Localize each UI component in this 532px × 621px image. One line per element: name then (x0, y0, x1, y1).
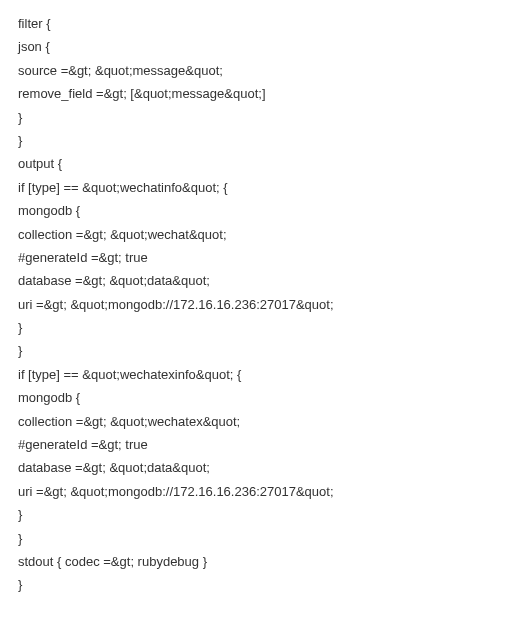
code-line: database =&gt; &quot;data&quot; (18, 269, 514, 292)
code-line: } (18, 106, 514, 129)
code-line: if [type] == &quot;wechatexinfo&quot; { (18, 363, 514, 386)
code-line: mongodb { (18, 199, 514, 222)
code-line: filter { (18, 12, 514, 35)
code-line: } (18, 316, 514, 339)
code-line: } (18, 527, 514, 550)
code-line: mongodb { (18, 386, 514, 409)
code-line: } (18, 503, 514, 526)
code-line: uri =&gt; &quot;mongodb://172.16.16.236:… (18, 480, 514, 503)
code-line: output { (18, 152, 514, 175)
code-line: stdout { codec =&gt; rubydebug } (18, 550, 514, 573)
reply-item: dewffgqd 回复wojiushiwo987：我是同步mysql数据，找到方… (0, 615, 532, 621)
code-line: #generateId =&gt; true (18, 433, 514, 456)
code-block: filter { json { source =&gt; &quot;messa… (0, 0, 532, 615)
code-line: if [type] == &quot;wechatinfo&quot; { (18, 176, 514, 199)
code-line: #generateId =&gt; true (18, 246, 514, 269)
code-line: } (18, 129, 514, 152)
code-line: collection =&gt; &quot;wechat&quot; (18, 223, 514, 246)
code-line: json { (18, 35, 514, 58)
code-line: } (18, 573, 514, 596)
code-line: collection =&gt; &quot;wechatex&quot; (18, 410, 514, 433)
code-line: uri =&gt; &quot;mongodb://172.16.16.236:… (18, 293, 514, 316)
code-line: } (18, 339, 514, 362)
code-line: remove_field =&gt; [&quot;message&quot;] (18, 82, 514, 105)
code-line: source =&gt; &quot;message&quot; (18, 59, 514, 82)
code-line: database =&gt; &quot;data&quot; (18, 456, 514, 479)
